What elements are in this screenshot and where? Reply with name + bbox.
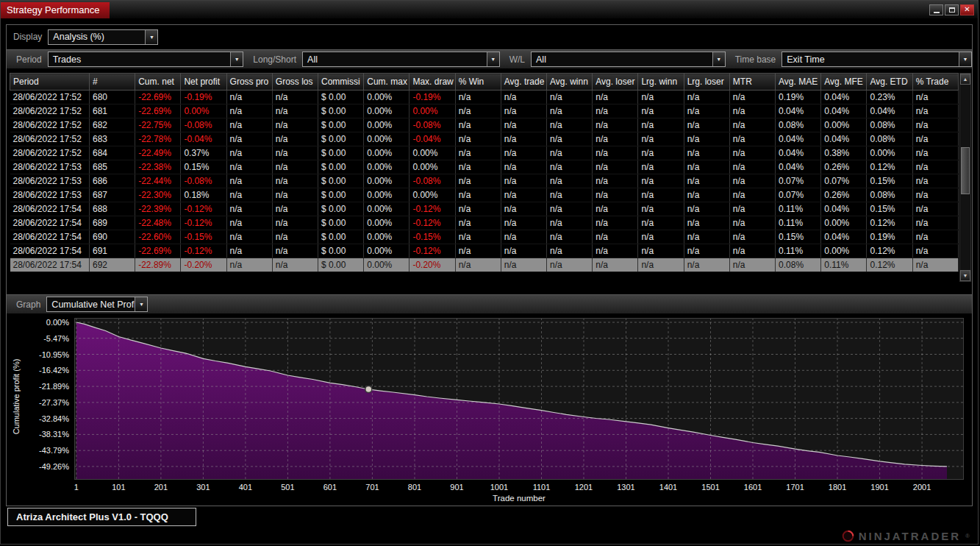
graph-bar: Graph Cumulative Net Profit ▼ [7,294,972,314]
table-row[interactable]: 28/06/2022 17:53686-22.44%-0.08%n/an/a$ … [10,174,959,188]
x-tick-label: 401 [239,483,252,492]
chevron-down-icon: ▼ [712,52,725,66]
table-scrollbar[interactable]: ▲ ▼ [959,73,971,282]
table-cell: 0.00% [409,104,455,118]
table-cell: n/a [272,146,318,160]
table-cell: 0.04% [821,91,867,104]
table-row[interactable]: 28/06/2022 17:52682-22.75%-0.08%n/an/a$ … [10,118,959,132]
display-dropdown[interactable]: Analysis (%) ▼ [48,29,158,45]
table-cell: n/a [455,174,501,188]
table-cell: -22.78% [135,132,181,146]
table-cell: n/a [455,188,501,202]
x-tick-label: 1801 [829,483,846,492]
column-header[interactable]: Avg. MAE [776,74,821,91]
column-header[interactable]: Cum. max [364,74,409,91]
close-button[interactable]: ✕ [960,4,974,15]
table-row[interactable]: 28/06/2022 17:53685-22.38%0.15%n/an/a$ 0… [10,160,959,174]
graph-dropdown[interactable]: Cumulative Net Profit ▼ [46,297,148,312]
table-cell: n/a [729,104,775,118]
table-row[interactable]: 28/06/2022 17:54688-22.39%-0.12%n/an/a$ … [10,202,959,216]
column-header[interactable]: Max. draw [409,74,455,91]
strategy-tab[interactable]: Atriza Architect Plus V1.0 - TQQQ [7,508,196,526]
table-cell: -22.69% [135,104,181,118]
table-cell: 0.08% [776,258,821,272]
content-panel: Display Analysis (%) ▼ Period Trades ▼ L… [6,24,973,506]
table-cell: 0.00% [364,118,409,132]
table-row[interactable]: 28/06/2022 17:53687-22.30%0.18%n/an/a$ 0… [10,188,959,202]
table-row[interactable]: 28/06/2022 17:52681-22.69%0.00%n/an/a$ 0… [10,104,959,118]
table-cell: 0.00% [409,160,455,174]
column-header[interactable]: Gross pro [226,74,272,91]
wl-dropdown[interactable]: All ▼ [531,52,726,67]
column-header[interactable]: Net profit [181,74,226,91]
table-row[interactable]: 28/06/2022 17:52683-22.78%-0.04%n/an/a$ … [10,132,959,146]
table-cell: 680 [90,91,135,104]
table-cell: $ 0.00 [318,146,364,160]
filter-bar: Period Trades ▼ Long/Short All ▼ W/L All… [7,49,972,69]
x-tick-label: 1601 [744,483,762,492]
table-row[interactable]: 28/06/2022 17:52684-22.49%0.37%n/an/a$ 0… [10,146,959,160]
column-header[interactable]: Avg. MFE [821,74,867,91]
table-cell: n/a [638,216,684,230]
table-row[interactable]: 28/06/2022 17:52680-22.69%-0.19%n/an/a$ … [10,91,959,104]
table-cell: n/a [729,258,775,272]
table-row[interactable]: 28/06/2022 17:54691-22.69%-0.12%n/an/a$ … [10,244,959,258]
table-cell: 0.19% [867,230,912,244]
column-header[interactable]: Cum. net [135,74,181,91]
table-cell: n/a [226,202,272,216]
table-cell: 0.00% [867,146,912,160]
table-cell: n/a [684,244,729,258]
table-cell: 0.08% [867,118,912,132]
table-cell: 0.00% [821,244,867,258]
period-dropdown[interactable]: Trades ▼ [48,52,244,67]
table-row[interactable]: 28/06/2022 17:54692-22.89%-0.20%n/an/a$ … [10,258,959,272]
column-header[interactable]: Gross los [272,74,318,91]
long-short-dropdown[interactable]: All ▼ [302,52,500,67]
table-cell: n/a [684,188,729,202]
column-header[interactable]: # [90,74,135,91]
table-cell: 687 [90,188,135,202]
column-header[interactable]: Avg. loser [593,74,638,91]
table-row[interactable]: 28/06/2022 17:54690-22.60%-0.15%n/an/a$ … [10,230,959,244]
table-cell: n/a [729,91,775,104]
table-cell: 0.00% [364,91,409,104]
column-header[interactable]: Period [10,74,90,91]
table-cell: n/a [638,160,684,174]
column-header[interactable]: MTR [729,74,775,91]
column-header[interactable]: Avg. ETD [867,74,912,91]
y-tick-label: -43.79% [39,446,69,455]
column-header[interactable]: Avg. trade [501,74,546,91]
table-cell: n/a [638,104,684,118]
title-bar[interactable]: Strategy Performance ✕ [1,1,978,18]
table-cell: n/a [226,188,272,202]
table-cell: $ 0.00 [318,174,364,188]
maximize-button[interactable] [945,4,959,15]
table-cell: 0.00% [364,132,409,146]
table-cell: n/a [226,91,272,104]
y-tick-label: -49.26% [39,462,69,471]
column-header[interactable]: % Trade [912,74,958,91]
table-cell: n/a [272,188,318,202]
time-base-dropdown[interactable]: Exit Time ▼ [782,52,972,67]
table-cell: $ 0.00 [318,188,364,202]
table-row[interactable]: 28/06/2022 17:54689-22.48%-0.12%n/an/a$ … [10,216,959,230]
table-cell: n/a [684,160,729,174]
column-header[interactable]: Commissi [318,74,364,91]
chart-marker[interactable] [365,386,372,393]
table-cell: 685 [90,160,135,174]
column-header[interactable]: Avg. winn [547,74,593,91]
scrollbar-thumb[interactable] [961,147,970,194]
column-header[interactable]: Lrg. winn [638,74,684,91]
table-cell: n/a [501,146,546,160]
window-title: Strategy Performance [1,2,110,18]
table-cell: $ 0.00 [318,160,364,174]
scroll-down-button[interactable]: ▼ [960,270,970,281]
column-header[interactable]: Lrg. loser [684,74,729,91]
table-cell: n/a [547,104,593,118]
table-cell: n/a [638,258,684,272]
table-cell: $ 0.00 [318,91,364,104]
table-cell: n/a [547,230,593,244]
minimize-button[interactable] [929,4,943,15]
column-header[interactable]: % Win [455,74,501,91]
scroll-up-button[interactable]: ▲ [960,74,970,85]
